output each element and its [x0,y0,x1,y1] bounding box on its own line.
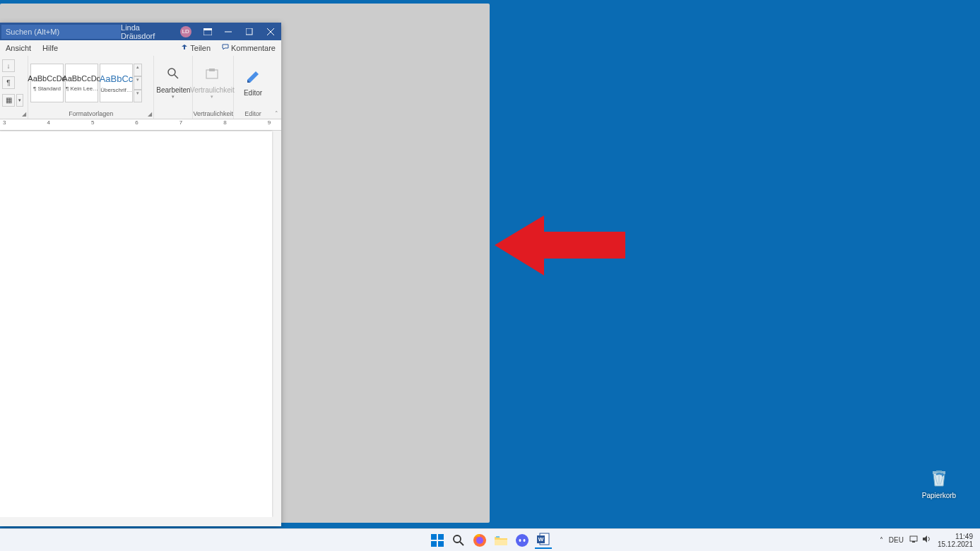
launcher-icon[interactable]: ◢ [22,111,26,117]
style-gallery-scroll[interactable]: ▴ ▾ ▾ [134,64,142,102]
date-text: 15.12.2021 [938,540,973,548]
trash-icon [928,466,950,489]
share-button[interactable]: Teilen [175,44,216,52]
tray-chevron-icon[interactable]: ˄ [880,536,883,544]
system-tray: ˄ DEU 11:49 15.12.2021 [880,533,980,548]
firefox-icon[interactable] [471,532,488,549]
close-button[interactable] [260,23,281,40]
style-scroll-up[interactable]: ▴ [134,64,142,76]
tab-ansicht[interactable]: Ansicht [0,40,37,56]
discord-icon[interactable] [514,532,531,549]
svg-rect-16 [438,541,444,547]
search-icon [167,67,179,83]
svg-point-20 [476,537,483,544]
ribbon: ↓ ¶ ▦ ▾ ◢ AaBbCcDd ¶ Standard AaBbCcDd ¶… [0,56,281,119]
red-arrow-annotation [495,212,629,282]
svg-line-18 [460,542,464,545]
collapse-ribbon-button[interactable]: ˄ [272,109,281,119]
editor-group-label: Editor [234,110,272,119]
search-input[interactable]: Suchen (Alt+M) [1,25,121,39]
svg-marker-31 [923,535,927,543]
comment-icon [222,44,229,52]
minimize-button[interactable] [218,23,240,40]
styles-launcher-icon[interactable]: ◢ [148,111,152,117]
language-indicator[interactable]: DEU [889,536,904,544]
style-scroll-down[interactable]: ▾ [134,76,142,89]
maximize-button[interactable] [239,23,260,40]
sensitivity-group-label: Vertraulichkeit [193,110,233,119]
user-name[interactable]: Linda Dräusdorf [121,23,176,40]
borders-button[interactable]: ▦ [2,94,15,107]
time-text: 11:49 [938,533,973,540]
bearbeiten-button[interactable]: Bearbeiten ▾ [155,59,191,108]
svg-point-25 [523,539,525,542]
style-kein-leerraum[interactable]: AaBbCcDd ¶ Kein Lee… [65,64,98,102]
sensitivity-icon [205,67,219,83]
dropdown-arrow[interactable]: ▾ [16,94,23,107]
svg-point-23 [516,534,529,547]
svg-rect-30 [912,541,915,543]
editor-icon [246,70,260,86]
sensitivity-group: Vertraulichkeit ▾ Vertraulichkeit [193,56,234,119]
pilcrow-button[interactable]: ¶ [2,76,15,89]
svg-marker-10 [495,215,625,276]
network-icon[interactable] [909,535,919,545]
word-statusbar [0,517,281,526]
volume-icon[interactable] [922,535,932,545]
recycle-bin-label: Papierkorb [918,492,960,499]
word-window: Suchen (Alt+M) Linda Dräusdorf LD Ansich… [0,23,281,526]
search-placeholder: Suchen (Alt+M) [6,28,59,36]
ribbon-display-button[interactable] [197,23,218,40]
styles-group-label: Formatvorlagen ◢ [28,110,153,119]
svg-point-24 [519,539,521,542]
start-button[interactable] [429,532,446,549]
svg-rect-9 [209,69,215,71]
editor-group: Editor Editor [234,56,272,119]
vertraulichkeit-button: Vertraulichkeit ▾ [194,59,230,108]
clock[interactable]: 11:49 15.12.2021 [938,533,973,548]
editing-group: Bearbeiten ▾ [154,56,193,119]
horizontal-ruler[interactable]: 3 4 5 6 7 8 9 [0,119,281,131]
recycle-bin-icon[interactable]: Papierkorb [918,466,960,499]
document-page[interactable] [0,131,272,517]
svg-rect-29 [910,536,917,541]
taskbar[interactable]: W ˄ DEU 11:49 15.12.2021 [0,528,980,551]
sort-button[interactable]: ↓ [2,59,15,72]
svg-line-7 [175,75,178,78]
svg-rect-15 [431,541,437,547]
word-titlebar[interactable]: Suchen (Alt+M) Linda Dräusdorf LD [0,23,281,40]
style-gallery-more[interactable]: ▾ [134,90,142,102]
svg-rect-14 [438,534,444,540]
file-explorer-icon[interactable] [492,532,509,549]
document-area[interactable] [0,131,281,517]
search-taskbar-button[interactable] [450,532,467,549]
share-icon [181,44,188,52]
svg-point-17 [454,535,461,543]
tab-hilfe[interactable]: Hilfe [37,40,64,56]
svg-text:W: W [538,536,543,543]
style-standard[interactable]: AaBbCcDd ¶ Standard [30,64,64,102]
paragraph-group-label: ◢ [0,110,28,119]
paragraph-group-partial: ↓ ¶ ▦ ▾ ◢ [0,56,28,119]
styles-group: AaBbCcDd ¶ Standard AaBbCcDd ¶ Kein Lee…… [28,56,154,119]
svg-point-6 [168,69,175,76]
editor-button[interactable]: Editor [235,59,271,108]
comments-button[interactable]: Kommentare [216,44,281,52]
taskbar-center: W [429,529,552,551]
svg-rect-3 [246,28,252,35]
svg-rect-13 [431,534,437,540]
svg-rect-22 [496,536,500,538]
style-ueberschrift[interactable]: AaBbCc Überschrif… [100,64,133,102]
ribbon-tabs: Ansicht Hilfe Teilen Kommentare [0,40,281,56]
svg-rect-21 [495,540,507,545]
svg-rect-1 [203,28,212,30]
word-taskbar-icon[interactable]: W [535,532,552,549]
user-avatar[interactable]: LD [180,26,191,37]
